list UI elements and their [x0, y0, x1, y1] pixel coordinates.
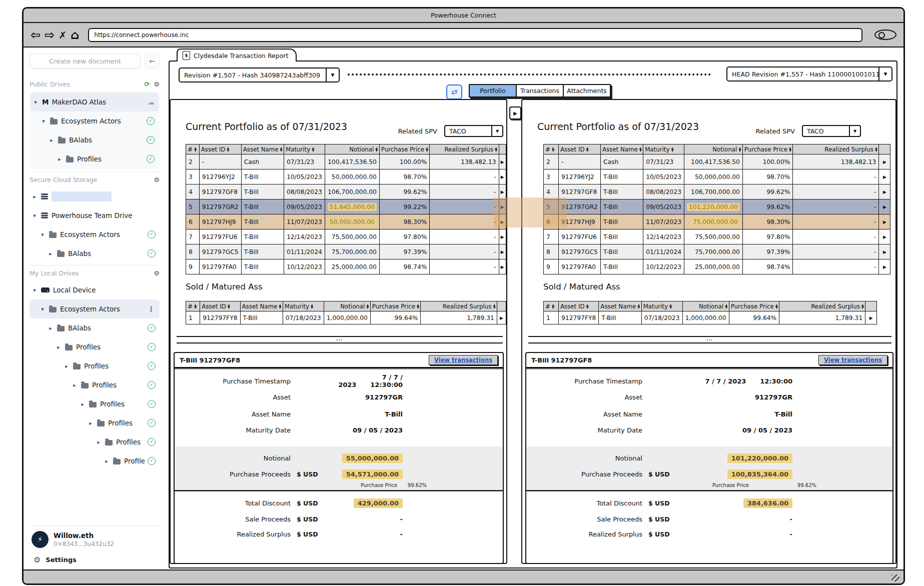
column-header-maturity[interactable]: Maturity▲▼ [643, 144, 684, 154]
column-header-realized-surplus[interactable]: Realized Surplus▲▼ [793, 144, 879, 154]
table-row[interactable]: 9912797FA0T-Bill10/12/202325,000,000.009… [186, 260, 506, 274]
column-header-asset-name[interactable]: Asset Name▲▼ [600, 144, 643, 154]
row-expand-icon[interactable]: ▶ [501, 264, 504, 270]
sidebar-item-local-device[interactable]: ▾Local Device [30, 280, 160, 300]
stop-icon[interactable]: ✗ [59, 29, 67, 41]
column-header-realized-surplus[interactable]: Realized Surplus▲▼ [421, 302, 497, 312]
table-row[interactable]: 1912797FY8T-Bill07/18/20231,000,000.0099… [544, 312, 877, 324]
sort-icon[interactable]: ▲▼ [875, 147, 877, 152]
search-icon[interactable] [874, 30, 896, 40]
column-header-asset-id[interactable]: Asset ID▲▼ [559, 302, 599, 312]
caret-icon[interactable]: ▸ [88, 420, 94, 426]
sidebar-item-makerdao-atlas[interactable]: ▾MMakerDAO Atlas☁ [31, 92, 159, 112]
document-tab[interactable]: $ Clydesdale Transaction Report [177, 48, 297, 62]
sort-icon[interactable]: ▲▼ [586, 304, 588, 308]
sort-icon[interactable]: ▲▼ [789, 147, 791, 152]
tab-attachments[interactable]: Attachments [563, 84, 611, 98]
column-header--[interactable]: #▲▼ [544, 144, 559, 154]
sort-icon[interactable]: ▲▼ [775, 304, 777, 308]
sort-icon[interactable]: ▲▼ [366, 304, 368, 308]
sidebar-item-profiles[interactable]: ▸Profiles✓ [30, 452, 160, 470]
table-row[interactable]: 2-Cash07/31/23100,417,536.50100.00%138,4… [186, 154, 506, 170]
sort-icon[interactable]: ▲▼ [194, 304, 196, 308]
caret-icon[interactable]: ▸ [72, 382, 78, 388]
sort-icon[interactable]: ▲▼ [725, 304, 727, 308]
row-expand-icon[interactable]: ▶ [883, 250, 886, 254]
row-expand-icon[interactable]: ▶ [501, 160, 504, 164]
sidebar-item-powerhouse-team-drive[interactable]: ▾Powerhouse Team Drive [30, 206, 160, 225]
column-header-maturity[interactable]: Maturity▲▼ [641, 302, 682, 312]
column-header-asset-id[interactable]: Asset ID▲▼ [559, 144, 601, 154]
caret-icon[interactable]: ▸ [80, 401, 86, 408]
sort-icon[interactable]: ▲▼ [861, 304, 863, 308]
row-expand-icon[interactable]: ▶ [883, 264, 886, 270]
caret-icon[interactable]: ▸ [96, 439, 102, 446]
right-revision-select[interactable]: HEAD Revision #1,557 - Hash 110000100101… [726, 66, 892, 82]
resize-grip-icon[interactable] [891, 574, 899, 582]
sort-icon[interactable]: ▲▼ [375, 147, 377, 152]
column-header-purchase-price[interactable]: Purchase Price▲▼ [379, 144, 430, 154]
gear-icon[interactable]: ⚙ [154, 176, 160, 184]
caret-icon[interactable]: ▾ [32, 287, 38, 294]
sort-icon[interactable]: ▲▼ [495, 147, 497, 152]
sort-icon[interactable]: ▲▼ [280, 147, 282, 152]
left-revision-select[interactable]: Revision #1,507 - Hash 340987243abff309 … [179, 68, 340, 82]
caret-icon[interactable]: ▸ [49, 137, 55, 144]
caret-icon[interactable]: ▸ [48, 325, 54, 332]
caret-icon[interactable]: ▾ [41, 118, 47, 124]
sort-icon[interactable]: ▲▼ [552, 304, 554, 308]
sidebar-item-ecosystem-actors[interactable]: ▾Ecosystem Actors✓ [31, 112, 159, 130]
row-expand-icon[interactable]: ▶ [501, 204, 504, 210]
related-spv-select[interactable]: TACO ▼ [444, 125, 503, 137]
column-header-notional[interactable]: Notional▲▼ [325, 144, 379, 154]
row-expand-icon[interactable]: ▶ [501, 220, 504, 224]
row-expand-icon[interactable]: ▶ [883, 220, 886, 224]
related-spv-select[interactable]: TACO ▼ [802, 125, 861, 137]
caret-icon[interactable]: ▾ [40, 232, 46, 238]
swap-panes-icon[interactable]: ⇄ [446, 84, 462, 100]
sort-icon[interactable]: ▲▼ [194, 147, 196, 152]
sidebar-item-profiles[interactable]: ▸Profiles✓ [30, 432, 160, 452]
collapse-sidebar-button[interactable]: ← [145, 54, 160, 68]
caret-icon[interactable]: ▸ [48, 250, 54, 257]
drive-name-input[interactable] [52, 192, 112, 202]
sort-icon[interactable]: ▲▼ [586, 147, 588, 152]
row-expand-icon[interactable]: ▶ [883, 234, 886, 240]
column-header-purchase-price[interactable]: Purchase Price▲▼ [742, 144, 793, 154]
forward-button[interactable]: ⇨ [45, 29, 55, 41]
column-header-asset-id[interactable]: Asset ID▲▼ [199, 144, 241, 154]
row-expand-icon[interactable]: ▶ [883, 190, 886, 194]
user-account[interactable]: ⚡ Willow.eth 0×8343...3u432u32 [32, 531, 158, 548]
sort-icon[interactable]: ▲▼ [639, 147, 641, 152]
sidebar-item-profiles[interactable]: ▸Profiles✓ [31, 150, 159, 168]
sort-icon[interactable]: ▲▼ [417, 304, 419, 308]
settings-button[interactable]: ⚙ Settings [32, 555, 158, 564]
row-expand-icon[interactable]: ▶ [869, 316, 873, 320]
create-new-document-button[interactable]: Create new document [30, 54, 141, 68]
sidebar-item-profiles[interactable]: ▸Profiles✓ [30, 356, 160, 376]
table-row[interactable]: 7912797FU6T-Bill12/14/202375,500,000.009… [186, 230, 506, 244]
table-row[interactable]: 5912797GR2T-Bill09/05/202351,645,000.009… [186, 200, 506, 214]
column-header-notional[interactable]: Notional▲▼ [684, 144, 743, 154]
sidebar-item-profiles[interactable]: ▸Profiles✓ [30, 394, 160, 414]
table-row[interactable]: 8912797GC5T-Bill01/11/202475,700,000.009… [186, 244, 506, 260]
tab-transactions[interactable]: Transactions [516, 84, 564, 98]
table-row[interactable]: 7912797FU6T-Bill12/14/202375,500,000.009… [544, 230, 890, 244]
table-expander[interactable]: ⋯ [528, 336, 891, 347]
caret-icon[interactable]: ▸ [57, 156, 63, 162]
column-header-purchase-price[interactable]: Purchase Price▲▼ [729, 302, 779, 312]
sidebar-item-profiles[interactable]: ▸Profiles✓ [30, 414, 160, 432]
sort-icon[interactable]: ▲▼ [279, 304, 281, 308]
sidebar-item-ecosystem-actors[interactable]: ▾Ecosystem Actors⋮ [30, 300, 160, 318]
sidebar-item-balabs[interactable]: ▸BAlabs✓ [31, 130, 159, 150]
expand-divider-button[interactable]: ▶ [509, 106, 521, 120]
sort-icon[interactable]: ▲▼ [311, 304, 313, 308]
row-expand-icon[interactable]: ▶ [883, 174, 886, 180]
column-header-purchase-price[interactable]: Purchase Price▲▼ [370, 302, 421, 312]
table-row[interactable]: 3912796YJ2T-Bill10/05/202350,000,000.009… [544, 170, 890, 184]
table-row[interactable]: 6912797HJ9T-Bill11/07/202350,000,000.009… [186, 214, 506, 230]
sync-icon[interactable]: ⟳ [144, 80, 150, 88]
back-button[interactable]: ⇦ [31, 29, 41, 41]
sidebar-item-balabs[interactable]: ▸BAlabs✓ [30, 318, 160, 338]
table-row[interactable]: 8912797GC5T-Bill01/11/202475,700,000.009… [544, 244, 890, 260]
